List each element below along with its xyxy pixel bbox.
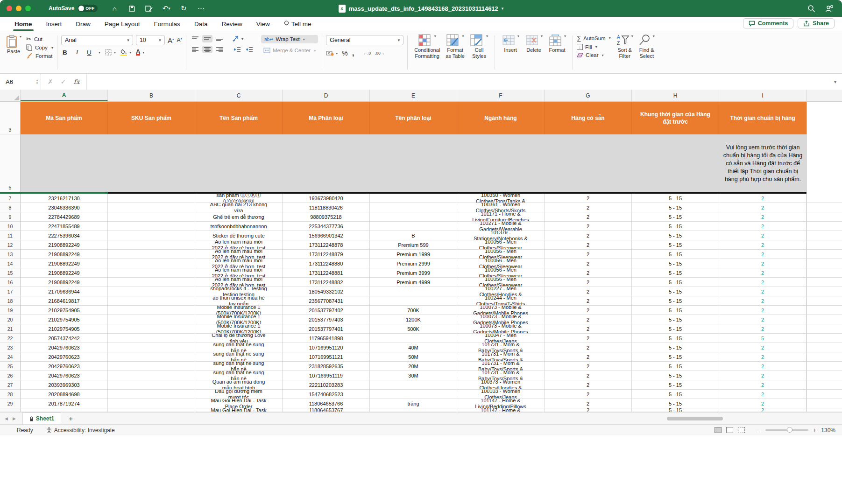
- cell-F8[interactable]: 100361 - WomenClothes/Shorts/Skorts: [457, 203, 545, 212]
- cell-H26[interactable]: 5 - 15: [632, 371, 719, 380]
- find-select-button[interactable]: ▾ Find &Select: [639, 34, 655, 59]
- cell-G19[interactable]: 2: [545, 306, 632, 315]
- cell-C19[interactable]: Mobile Insurance 1(500K/700K/1200K): [195, 306, 283, 315]
- cell-filler-[interactable]: [807, 408, 842, 412]
- cell-I19[interactable]: 2: [719, 306, 807, 315]
- more-commands-icon[interactable]: ⋯: [196, 4, 205, 13]
- cell-F13[interactable]: 100056 - MenClothes/Sleepwear: [457, 250, 545, 259]
- cell-I5[interactable]: Vui lòng xem trước thời gian chuẩn bị hà…: [719, 134, 807, 192]
- cell-C13[interactable]: Áo len nam màu mới2022 ở đây rẻ hơn_test: [195, 250, 283, 259]
- format-cells-button[interactable]: ▾ Format: [548, 34, 566, 53]
- autosum-button[interactable]: ∑ AutoSum▾: [577, 35, 611, 42]
- save-as-icon[interactable]: [144, 4, 154, 13]
- cell-D3[interactable]: Mã Phân loại: [283, 102, 370, 134]
- column-header-B[interactable]: B: [108, 90, 195, 101]
- cell-B15[interactable]: [108, 268, 195, 278]
- cell-A24[interactable]: 20429760623: [21, 352, 108, 362]
- cell-G28[interactable]: 2: [545, 390, 632, 399]
- row-header-10[interactable]: 10: [0, 222, 21, 231]
- zoom-out-button[interactable]: −: [757, 427, 761, 434]
- cell-H3[interactable]: Khung thời gian của Hàng đặt trước: [632, 102, 719, 134]
- row-header-17[interactable]: 17: [0, 287, 21, 296]
- cell-F17[interactable]: 100227 - MenClothes/Hoodies &: [457, 287, 545, 296]
- decrease-decimal-button[interactable]: .00→: [375, 51, 384, 56]
- cell-F20[interactable]: 100073 - Mobile &Gadgets/Mobile Phones: [457, 315, 545, 324]
- cell-G15[interactable]: 2: [545, 268, 632, 278]
- cell-C28[interactable]: Dầu gội dưỡng mềmmượt tóc: [195, 390, 283, 399]
- cell-A15[interactable]: 21908892249: [21, 268, 108, 278]
- cell-D28[interactable]: 154740682523: [283, 390, 370, 399]
- cell-filler-12[interactable]: [807, 240, 842, 250]
- row-header-22[interactable]: 22: [0, 334, 21, 343]
- row-header-7[interactable]: 7: [0, 194, 21, 203]
- merge-center-button[interactable]: Merge & Center ▾: [261, 47, 318, 54]
- cell-I9[interactable]: 2: [719, 212, 807, 222]
- cell-filler-13[interactable]: [807, 250, 842, 259]
- cell-G24[interactable]: 2: [545, 352, 632, 362]
- font-name-select[interactable]: Arial▾: [61, 35, 133, 45]
- cell-H14[interactable]: 5 - 15: [632, 259, 719, 268]
- share-presence-icon[interactable]: [825, 5, 834, 13]
- cell-G[interactable]: 2: [545, 408, 632, 412]
- cell-filler-16[interactable]: [807, 278, 842, 287]
- cell-H24[interactable]: 5 - 15: [632, 352, 719, 362]
- cell-A23[interactable]: 20429760623: [21, 343, 108, 352]
- cell-I26[interactable]: 2: [719, 371, 807, 380]
- insert-cells-button[interactable]: ▾ Insert: [502, 34, 519, 53]
- cell-filler-7[interactable]: [807, 194, 842, 203]
- cell-D17[interactable]: 180549332102: [283, 287, 370, 296]
- comments-button[interactable]: Comments: [743, 18, 794, 28]
- tab-formulas[interactable]: Formulas: [148, 18, 186, 31]
- cell-filler-23[interactable]: [807, 343, 842, 352]
- cell-D7[interactable]: 193673980420: [283, 194, 370, 203]
- autosave-toggle[interactable]: OFF: [78, 5, 98, 12]
- cell-H12[interactable]: 5 - 15: [632, 240, 719, 250]
- cell-D11[interactable]: 156966901342: [283, 231, 370, 240]
- undo-icon[interactable]: ↶▾: [162, 4, 171, 13]
- cell-B8[interactable]: [108, 203, 195, 212]
- column-header-C[interactable]: C: [195, 90, 283, 101]
- percent-style-button[interactable]: %: [342, 49, 347, 57]
- row-header-29[interactable]: 29: [0, 399, 21, 408]
- cell-H17[interactable]: 5 - 15: [632, 287, 719, 296]
- cell-I14[interactable]: 2: [719, 259, 807, 268]
- cell-I22[interactable]: 5: [719, 334, 807, 343]
- cell-B7[interactable]: [108, 194, 195, 203]
- cell-E14[interactable]: Premium 2999: [370, 259, 457, 268]
- select-all-corner[interactable]: [0, 90, 21, 101]
- underline-button[interactable]: U: [85, 49, 93, 56]
- cell-H10[interactable]: 5 - 15: [632, 222, 719, 231]
- paste-button[interactable]: ▾ Paste: [6, 35, 21, 54]
- cell-B3[interactable]: SKU Sản phẩm: [108, 102, 195, 134]
- cell-B24[interactable]: [108, 352, 195, 362]
- bold-button[interactable]: B: [61, 49, 69, 56]
- tab-tell-me[interactable]: Tell me: [278, 18, 318, 31]
- cell-G14[interactable]: 2: [545, 259, 632, 268]
- cell-E24[interactable]: 50M: [370, 352, 457, 362]
- cell-filler-24[interactable]: [807, 352, 842, 362]
- cell-F24[interactable]: 101731 - Mom &Baby/Toys/Sports &: [457, 352, 545, 362]
- cell-G23[interactable]: 2: [545, 343, 632, 352]
- decrease-font-button[interactable]: A▾: [177, 37, 182, 43]
- cell-C11[interactable]: Sticker dễ thương cute: [195, 231, 283, 240]
- row-header-5[interactable]: 5: [0, 134, 21, 192]
- cell-filler-9[interactable]: [807, 212, 842, 222]
- document-title[interactable]: x mass_update_dts_info_149843168_2023103…: [339, 5, 504, 13]
- cell-G10[interactable]: 2: [545, 222, 632, 231]
- tab-draw[interactable]: Draw: [70, 18, 97, 31]
- cell-H27[interactable]: 5 - 15: [632, 380, 719, 390]
- cell-E21[interactable]: 500K: [370, 324, 457, 334]
- next-sheet-icon[interactable]: ▶: [13, 416, 16, 421]
- row-header-25[interactable]: 25: [0, 362, 21, 371]
- cell-C24[interactable]: sung đạn thật ne sungbắn nè: [195, 352, 283, 362]
- cell-A13[interactable]: 21908892249: [21, 250, 108, 259]
- cell-A10[interactable]: 22471855489: [21, 222, 108, 231]
- cell-filler-29[interactable]: [807, 399, 842, 408]
- tab-review[interactable]: Review: [215, 18, 248, 31]
- cell-H25[interactable]: 5 - 15: [632, 362, 719, 371]
- redo-icon[interactable]: ↻: [179, 4, 188, 13]
- cell-E27[interactable]: [370, 380, 457, 390]
- cell-B12[interactable]: [108, 240, 195, 250]
- cell-I8[interactable]: 2: [719, 203, 807, 212]
- cell-D27[interactable]: 222110203283: [283, 380, 370, 390]
